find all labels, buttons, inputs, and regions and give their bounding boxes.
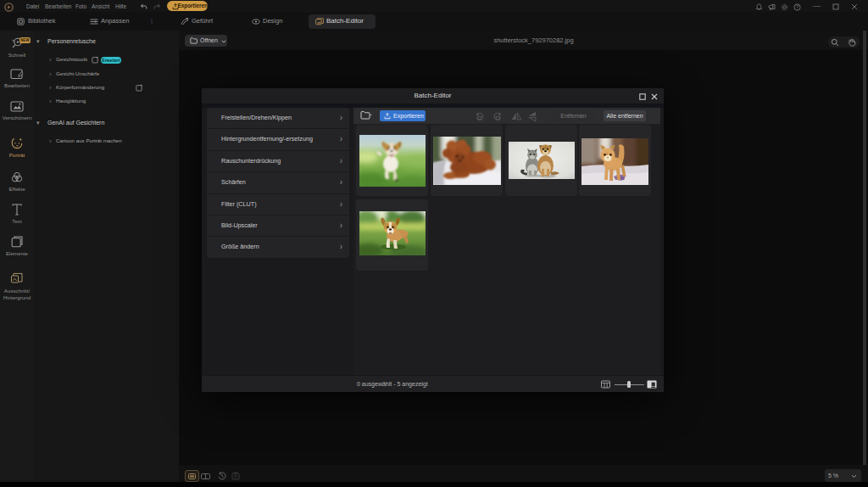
svg-text:?: ? [796,4,798,9]
